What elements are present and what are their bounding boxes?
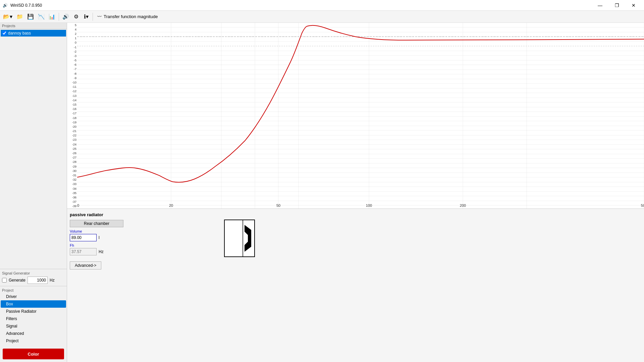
signal-generator-label: Signal Generator (2, 271, 65, 275)
graph-button-2[interactable]: 📊 (47, 12, 57, 21)
svg-text:200: 200 (460, 203, 466, 207)
rear-chamber-title: Rear chamber (70, 220, 123, 227)
y-axis-label: -1 (74, 45, 76, 49)
fh-unit: Hz (99, 249, 104, 254)
y-axis-label: -35 (72, 191, 76, 195)
passive-radiator-label: passive radiator (70, 212, 211, 220)
y-axis-label: -31 (72, 173, 76, 177)
y-axis-label: 4 (75, 27, 76, 32)
y-axis-label: -11 (72, 85, 76, 89)
app-title: WinISD 0.7.0.950 (10, 3, 42, 8)
graph-button-1[interactable]: 📉 (36, 12, 46, 21)
nav-project[interactable]: Project (1, 337, 66, 345)
generate-checkbox[interactable] (2, 278, 7, 283)
svg-text:50: 50 (276, 203, 280, 207)
y-axis-label: -21 (72, 129, 76, 133)
fh-row: Fh Hz (70, 243, 211, 255)
svg-text:10: 10 (77, 203, 79, 207)
info-button[interactable]: ℹ▾ (82, 12, 91, 21)
y-axis-label: -12 (72, 89, 76, 94)
nav-passive-radiator[interactable]: Passive Radiator (1, 308, 66, 315)
y-axis: 54210-1-2-3-5-6-7-8-9-10-11-12-13-14-15-… (67, 23, 77, 208)
titlebar-controls: — ❐ ✕ (592, 0, 641, 11)
y-axis-label: -36 (72, 195, 76, 199)
box-svg (223, 218, 256, 258)
volume-label: Volume (70, 229, 211, 233)
open-button[interactable]: 📂▾ (1, 12, 14, 21)
nav-box[interactable]: Box (1, 300, 66, 308)
y-axis-label: -17 (72, 111, 76, 116)
settings-button[interactable]: ⚙ (71, 12, 81, 21)
y-axis-label: -14 (72, 98, 76, 102)
y-axis-label: 2 (75, 32, 76, 36)
y-axis-label: -26 (72, 151, 76, 155)
right-area: 54210-1-2-3-5-6-7-8-9-10-11-12-13-14-15-… (67, 23, 644, 362)
project-checkbox[interactable] (2, 31, 7, 36)
volume-row: Volume l (70, 229, 211, 241)
chart-svg: 10 20 50 100 200 500 (77, 23, 644, 208)
volume-input[interactable] (70, 234, 97, 241)
project-item[interactable]: dannoy bass (1, 30, 66, 37)
signal-generator: Signal Generator Generate Hz (0, 269, 67, 286)
project-name: dannoy bass (8, 31, 31, 36)
save-button[interactable]: 💾 (25, 12, 36, 21)
y-axis-label: -23 (72, 138, 76, 142)
project-section: Project Driver Box Passive Radiator Filt… (0, 286, 67, 346)
advanced-button[interactable]: Advanced-> (70, 261, 101, 269)
projects-label: Projects (0, 23, 67, 29)
close-button[interactable]: ✕ (626, 0, 641, 11)
y-axis-label: -9 (74, 76, 76, 80)
y-axis-label: 0 (75, 41, 76, 45)
frequency-unit: Hz (50, 278, 55, 283)
graph-title-icon: 〰 (97, 14, 102, 19)
open-file-button[interactable]: 📁 (15, 12, 25, 21)
y-axis-label: -10 (72, 80, 76, 84)
y-axis-label: -7 (74, 67, 76, 71)
svg-text:500: 500 (641, 203, 644, 207)
y-axis-label: -13 (72, 94, 76, 98)
y-axis-label: -3 (74, 54, 76, 58)
svg-text:20: 20 (169, 203, 173, 207)
titlebar: 🔊 WinISD 0.7.0.950 — ❐ ✕ (0, 0, 644, 11)
y-axis-label: -32 (72, 178, 76, 182)
box-diagram (223, 218, 256, 359)
y-axis-label: -16 (72, 107, 76, 111)
graph-area: 54210-1-2-3-5-6-7-8-9-10-11-12-13-14-15-… (67, 23, 644, 209)
y-axis-label: -33 (72, 182, 76, 186)
minimize-button[interactable]: — (592, 0, 608, 11)
fh-input-row: Hz (70, 248, 211, 255)
speaker-button[interactable]: 🔊 (61, 12, 71, 21)
rear-chamber-section: Rear chamber Volume l Fh Hz (70, 220, 211, 269)
graph-title-text: Transfer function magnitude (104, 14, 158, 19)
y-axis-label: -2 (74, 49, 76, 54)
params-left: passive radiator Rear chamber Volume l F… (70, 212, 211, 359)
generate-label: Generate (9, 278, 25, 283)
y-axis-label: -19 (72, 120, 76, 124)
y-axis-label: -37 (72, 200, 76, 204)
y-axis-label: -18 (72, 116, 76, 120)
graph-title-area: 〰 Transfer function magnitude (97, 14, 158, 19)
titlebar-left: 🔊 WinISD 0.7.0.950 (3, 3, 42, 8)
nav-driver[interactable]: Driver (1, 293, 66, 300)
color-button[interactable]: Color (3, 349, 64, 359)
nav-advanced[interactable]: Advanced (1, 330, 66, 337)
project-section-label: Project (1, 288, 66, 293)
fh-label: Fh (70, 243, 211, 247)
volume-unit: l (99, 235, 100, 240)
y-axis-label: -22 (72, 133, 76, 138)
separator (59, 13, 59, 21)
y-axis-label: -15 (72, 102, 76, 107)
params-panel: passive radiator Rear chamber Volume l F… (67, 209, 644, 362)
y-axis-label: -6 (74, 63, 76, 67)
y-axis-label: -34 (72, 186, 76, 191)
frequency-input[interactable] (28, 277, 48, 284)
app-icon: 🔊 (3, 3, 8, 8)
y-axis-label: -28 (72, 160, 76, 164)
y-axis-label: 1 (75, 36, 76, 41)
maximize-button[interactable]: ❐ (609, 0, 625, 11)
nav-signal[interactable]: Signal (1, 322, 66, 330)
nav-filters[interactable]: Filters (1, 315, 66, 322)
main-layout: Projects dannoy bass Signal Generator Ge… (0, 23, 644, 362)
y-axis-label: -29 (72, 164, 76, 169)
chart-container: 10 20 50 100 200 500 (77, 23, 644, 208)
